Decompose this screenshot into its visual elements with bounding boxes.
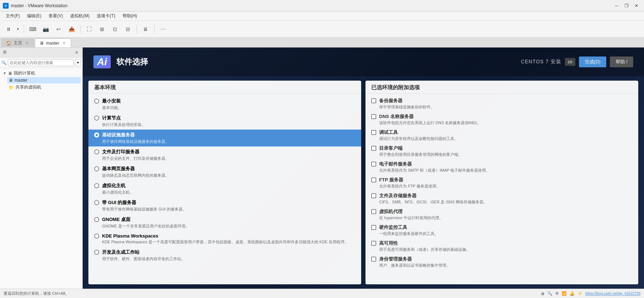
addon-item-6[interactable]: 文件及存储服务器 CIFS、SMB、NFS、iSCSI、iSER 及 iSNS … xyxy=(365,191,638,207)
snapshot-button[interactable]: 📷 xyxy=(40,23,51,35)
revert-button[interactable]: ↩ xyxy=(53,23,64,35)
pause-button[interactable]: ⏸ xyxy=(3,23,14,35)
close-button[interactable]: ✕ xyxy=(632,2,641,9)
env-item-1-header: 计算节点 xyxy=(94,115,355,121)
addon-desc-10: 用户、服务器和以证书策略的集中管理。 xyxy=(371,263,632,268)
addon-item-1[interactable]: DNS 名称服务器 该软件包组允许您在系统上运行 DNS 名称服务器(BIND)… xyxy=(365,112,638,127)
search-dropdown-button[interactable]: ▼ xyxy=(75,59,81,66)
addon-item-8[interactable]: 硬件监控工具 一组用来监控服务器硬件的工具。 xyxy=(365,222,638,238)
env-item-8-header: KDE Plasma Workspaces xyxy=(94,233,355,239)
fit-button[interactable]: ⊡ xyxy=(109,23,121,35)
env-name-4: 基本网页服务器 xyxy=(102,166,135,172)
minimize-button[interactable]: ─ xyxy=(612,2,621,9)
env-desc-4: 提供静态及动态互联网内容的服务器。 xyxy=(94,173,355,178)
monitor-icon: 🖥 xyxy=(540,292,544,296)
addon-item-4[interactable]: 电子邮件服务器 允许将系统作为 SMTP 和（或者）IMAP 电子邮件服务器使用… xyxy=(365,159,638,175)
sidebar-item-master[interactable]: 🖥 master xyxy=(7,77,81,83)
search-input[interactable] xyxy=(8,59,74,66)
send-button[interactable]: 📤 xyxy=(66,23,77,35)
power-dropdown[interactable]: ⏸ ▼ xyxy=(3,23,21,35)
done-button[interactable]: 完成(D) xyxy=(579,57,606,67)
tab-master[interactable]: 🖥 master ✕ xyxy=(35,39,71,47)
menu-file[interactable]: 文件(F) xyxy=(3,12,23,20)
tab-master-close[interactable]: ✕ xyxy=(61,41,66,46)
env-radio-6 xyxy=(94,200,99,205)
toolbar-sep-4 xyxy=(154,25,155,33)
tree-children: 🖥 master 📁 共享的虚拟机 xyxy=(1,77,81,91)
menu-view[interactable]: 查看(V) xyxy=(46,12,66,20)
restore-button[interactable]: ❐ xyxy=(622,2,631,9)
env-item-0[interactable]: 最小安装 基本功能。 xyxy=(88,96,361,113)
env-item-6[interactable]: 带 GUI 的服务器 带有用于操作网络基础设施服务 GUI 的服务器。 xyxy=(88,197,361,214)
left-panel: 基本环境 最小安装 基本功能。 xyxy=(88,81,361,284)
toolbar-sep-1 xyxy=(24,25,24,33)
sidebar-header: 库 ✕ xyxy=(0,48,82,58)
search-icon: 🔍 xyxy=(1,60,6,65)
env-item-2-header: 基础设施服务器 xyxy=(94,132,355,138)
env-item-1[interactable]: 计算节点 执行计算及处理的安装。 xyxy=(88,113,361,130)
addon-check-8 xyxy=(371,225,376,230)
sidebar-item-my-computer[interactable]: ▼ 🖥 我的计算机 xyxy=(1,69,81,77)
fullscreen-button[interactable]: ⛶ xyxy=(83,23,95,35)
env-radio-4 xyxy=(94,166,99,171)
tab-master-label: master xyxy=(46,41,59,46)
menu-tabs[interactable]: 选项卡(T) xyxy=(94,12,118,20)
addon-item-3[interactable]: 目录客户端 用于整合到使用目录服务管理的网络的客户端。 xyxy=(365,143,638,159)
send-ctrl-alt-del-button[interactable]: ⌨ xyxy=(27,23,38,35)
installer-header-left: Ai 软件选择 xyxy=(93,55,148,68)
addon-item-0[interactable]: 备份服务器 库中管理基础设施备份的软件。 xyxy=(365,96,638,112)
tab-home-close[interactable]: ✕ xyxy=(24,41,29,46)
window-controls: ─ ❐ ✕ xyxy=(612,2,641,9)
addon-desc-8: 一组用来监控服务器硬件的工具。 xyxy=(371,231,632,236)
addon-name-4: 电子邮件服务器 xyxy=(379,161,412,167)
env-item-9[interactable]: 开发及生成工作站 用于软件、硬件、图形或者内容开发的工作站。 xyxy=(88,247,361,264)
display-button[interactable]: 🖥 xyxy=(140,23,151,35)
shared-vms-label: 共享的虚拟机 xyxy=(15,84,41,90)
left-panel-header: 基本环境 xyxy=(88,81,361,94)
menu-vm[interactable]: 虚拟机(M) xyxy=(67,12,92,20)
window-title: master - VMware Workstation xyxy=(11,3,68,8)
addon-name-0: 备份服务器 xyxy=(379,98,402,104)
env-name-7: GNOME 桌面 xyxy=(102,216,130,223)
addon-item-10[interactable]: 身份管理服务器 用户、服务器和以证书策略的集中管理。 xyxy=(365,254,638,270)
installer-title: 软件选择 xyxy=(116,57,148,67)
env-item-7-header: GNOME 桌面 xyxy=(94,216,355,223)
addon-header-7: 虚拟机代理 xyxy=(371,208,632,215)
env-item-7[interactable]: GNOME 桌面 GNOME 是一个非常直观且用户友好的桌面环境。 xyxy=(88,214,361,231)
tab-home[interactable]: 🏠 主页 ✕ xyxy=(1,39,34,47)
addon-desc-2: 调试行为异常程序以及诊断性能问题的工具。 xyxy=(371,136,632,141)
addon-desc-7: 在 hypervisor 中运行时使用的代理。 xyxy=(371,215,632,221)
tab-bar: 🏠 主页 ✕ 🖥 master ✕ xyxy=(0,37,644,48)
url-link[interactable]: https://blog.csdn.net/qq_41622739 xyxy=(585,292,640,295)
menu-edit[interactable]: 编辑(E) xyxy=(24,12,44,20)
env-name-6: 带 GUI 的服务器 xyxy=(102,199,136,206)
menu-help[interactable]: 帮助(H) xyxy=(120,12,140,20)
more-button[interactable]: ⋯ xyxy=(157,23,169,35)
addon-desc-0: 库中管理基础设施备份的软件。 xyxy=(371,104,632,110)
addon-item-7[interactable]: 虚拟机代理 在 hypervisor 中运行时使用的代理。 xyxy=(365,207,638,222)
env-item-4[interactable]: 基本网页服务器 提供静态及动态互联网内容的服务器。 xyxy=(88,163,361,180)
env-item-2[interactable]: 基础设施服务器 用于操作网络基础设施服务的服务器。 xyxy=(88,130,361,146)
addon-name-10: 身份管理服务器 xyxy=(379,256,412,262)
unity-button[interactable]: ⊞ xyxy=(96,23,108,35)
pause-dropdown-arrow[interactable]: ▼ xyxy=(15,23,21,35)
vm-display-area[interactable]: Ai 软件选择 CENTOS 7 安装 cn 完成(D) 帮助 ! 基本环境 xyxy=(83,48,644,289)
addon-item-2[interactable]: 调试工具 调试行为异常程序以及诊断性能问题的工具。 xyxy=(365,127,638,143)
sidebar-close-button[interactable]: ✕ xyxy=(74,50,79,55)
env-item-5[interactable]: 虚拟化主机 最小虚拟化主机。 xyxy=(88,180,361,197)
addon-header-1: DNS 名称服务器 xyxy=(371,113,632,120)
addon-item-9[interactable]: 高可用性 用于高度可用服务和（或者）共享存储的基础设施。 xyxy=(365,238,638,254)
addon-check-9 xyxy=(371,241,376,246)
stretch-button[interactable]: ⊟ xyxy=(122,23,134,35)
env-radio-1 xyxy=(94,116,99,121)
env-name-5: 虚拟化主机 xyxy=(102,182,125,189)
help-button[interactable]: 帮助 ! xyxy=(610,57,633,67)
title-bar-left: V master - VMware Workstation xyxy=(3,3,68,9)
env-name-1: 计算节点 xyxy=(102,115,121,121)
env-item-8[interactable]: KDE Plasma Workspaces KDE Plasma Workspa… xyxy=(88,231,361,247)
addon-item-5[interactable]: FTP 服务器 允许将系统作为 FTP 服务器使用。 xyxy=(365,175,638,191)
addon-header-9: 高可用性 xyxy=(371,240,632,247)
sidebar-item-shared-vms[interactable]: 📁 共享的虚拟机 xyxy=(7,83,81,91)
env-item-3[interactable]: 文件及打印服务器 用于企业的文件、打印及存储服务器。 xyxy=(88,146,361,163)
env-radio-8 xyxy=(94,234,99,239)
